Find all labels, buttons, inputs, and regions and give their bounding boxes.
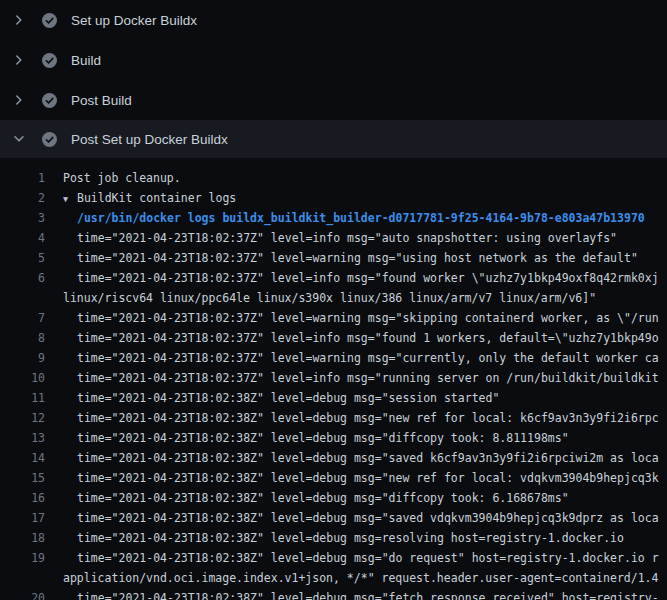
log-line-text: time="2021-04-23T18:02:38Z" level=debug …: [63, 408, 659, 428]
log-line-text: time="2021-04-23T18:02:37Z" level=info m…: [63, 268, 659, 288]
log-line-text: time="2021-04-23T18:02:37Z" level=info m…: [63, 228, 617, 248]
log-line-text: time="2021-04-23T18:02:37Z" level=warnin…: [63, 308, 659, 328]
log-line-text: time="2021-04-23T18:02:38Z" level=debug …: [63, 488, 569, 508]
line-number[interactable]: 17: [0, 508, 45, 528]
log-line-text: time="2021-04-23T18:02:38Z" level=debug …: [63, 588, 659, 600]
check-circle-icon: [42, 132, 57, 147]
line-number[interactable]: 14: [0, 448, 45, 468]
log-line: 19time="2021-04-23T18:02:38Z" level=debu…: [0, 548, 667, 568]
log-line: 20time="2021-04-23T18:02:38Z" level=debu…: [0, 588, 667, 600]
check-circle-icon: [42, 93, 57, 108]
log-line-text: linux/riscv64 linux/ppc64le linux/s390x …: [63, 288, 596, 308]
log-line-text: ▼BuildKit container logs: [63, 188, 236, 208]
section-header-post-set-up-docker-buildx[interactable]: Post Set up Docker Buildx: [0, 120, 667, 158]
log-line: 13time="2021-04-23T18:02:38Z" level=debu…: [0, 428, 667, 448]
check-circle-icon: [42, 13, 57, 28]
line-number[interactable]: 5: [0, 248, 45, 268]
log-line: 11time="2021-04-23T18:02:38Z" level=debu…: [0, 388, 667, 408]
log-line: 2▼BuildKit container logs: [0, 188, 667, 208]
line-number[interactable]: 13: [0, 428, 45, 448]
line-number[interactable]: 4: [0, 228, 45, 248]
line-number[interactable]: 6: [0, 268, 45, 288]
log-line: 5time="2021-04-23T18:02:37Z" level=warni…: [0, 248, 667, 268]
log-line: 8time="2021-04-23T18:02:37Z" level=info …: [0, 328, 667, 348]
line-number[interactable]: 20: [0, 588, 45, 600]
line-number[interactable]: 16: [0, 488, 45, 508]
section-label: Post Build: [71, 93, 132, 108]
log-line: 3/usr/bin/docker logs buildx_buildkit_bu…: [0, 208, 667, 228]
line-number[interactable]: 2: [0, 188, 45, 208]
actions-log-panel: Set up Docker Buildx Build Post Build Po…: [0, 0, 667, 600]
log-line-text: time="2021-04-23T18:02:38Z" level=debug …: [63, 428, 569, 448]
log-line-continuation: linux/riscv64 linux/ppc64le linux/s390x …: [0, 288, 667, 308]
log-line: 12time="2021-04-23T18:02:38Z" level=debu…: [0, 408, 667, 428]
log-line-text: time="2021-04-23T18:02:38Z" level=debug …: [63, 388, 499, 408]
log-line-text: Post job cleanup.: [63, 168, 181, 188]
log-line: 18time="2021-04-23T18:02:38Z" level=debu…: [0, 528, 667, 548]
line-number[interactable]: 18: [0, 528, 45, 548]
log-line: 14time="2021-04-23T18:02:38Z" level=debu…: [0, 448, 667, 468]
section-header-build[interactable]: Build: [0, 40, 667, 80]
section-header-set-up-docker-buildx[interactable]: Set up Docker Buildx: [0, 0, 667, 40]
chevron-right-icon: [11, 12, 27, 28]
log-line-text: application/vnd.oci.image.index.v1+json,…: [63, 568, 658, 588]
log-line-text: time="2021-04-23T18:02:38Z" level=debug …: [63, 468, 659, 488]
line-number: [0, 288, 45, 308]
log-line-text: time="2021-04-23T18:02:38Z" level=debug …: [63, 508, 659, 528]
section-label: Build: [71, 53, 101, 68]
chevron-down-icon: [11, 131, 27, 147]
line-number[interactable]: 3: [0, 208, 45, 228]
check-circle-icon: [42, 53, 57, 68]
log-line: 6time="2021-04-23T18:02:37Z" level=info …: [0, 268, 667, 288]
line-number[interactable]: 7: [0, 308, 45, 328]
chevron-right-icon: [11, 52, 27, 68]
log-line-text: time="2021-04-23T18:02:38Z" level=debug …: [63, 528, 624, 548]
log-line-text: time="2021-04-23T18:02:37Z" level=warnin…: [63, 248, 638, 268]
log-line-text: time="2021-04-23T18:02:37Z" level=warnin…: [63, 348, 659, 368]
line-number[interactable]: 1: [0, 168, 45, 188]
line-number[interactable]: 19: [0, 548, 45, 568]
log-line: 17time="2021-04-23T18:02:38Z" level=debu…: [0, 508, 667, 528]
log-line: 7time="2021-04-23T18:02:37Z" level=warni…: [0, 308, 667, 328]
log-line: 10time="2021-04-23T18:02:37Z" level=info…: [0, 368, 667, 388]
line-number[interactable]: 12: [0, 408, 45, 428]
log-line-text: time="2021-04-23T18:02:38Z" level=debug …: [63, 448, 659, 468]
line-number[interactable]: 8: [0, 328, 45, 348]
step-list: Set up Docker Buildx Build Post Build Po…: [0, 0, 667, 158]
section-label: Post Set up Docker Buildx: [71, 132, 228, 147]
line-number[interactable]: 15: [0, 468, 45, 488]
log-line-text: time="2021-04-23T18:02:38Z" level=debug …: [63, 548, 659, 568]
log-viewer: 1Post job cleanup.2▼BuildKit container l…: [0, 158, 667, 600]
chevron-right-icon: [11, 92, 27, 108]
group-collapse-toggle-icon[interactable]: ▼: [63, 189, 77, 208]
log-line-text: time="2021-04-23T18:02:37Z" level=info m…: [63, 368, 659, 388]
log-line: 9time="2021-04-23T18:02:37Z" level=warni…: [0, 348, 667, 368]
section-label: Set up Docker Buildx: [71, 13, 197, 28]
log-line-continuation: application/vnd.oci.image.index.v1+json,…: [0, 568, 667, 588]
log-line: 1Post job cleanup.: [0, 168, 667, 188]
section-header-post-build[interactable]: Post Build: [0, 80, 667, 120]
line-number[interactable]: 11: [0, 388, 45, 408]
log-line: 16time="2021-04-23T18:02:38Z" level=debu…: [0, 488, 667, 508]
line-number[interactable]: 9: [0, 348, 45, 368]
command-text: /usr/bin/docker logs buildx_buildkit_bui…: [63, 208, 645, 228]
log-line: 15time="2021-04-23T18:02:38Z" level=debu…: [0, 468, 667, 488]
line-number[interactable]: 10: [0, 368, 45, 388]
log-line-text: time="2021-04-23T18:02:37Z" level=info m…: [63, 328, 659, 348]
line-number: [0, 568, 45, 588]
group-title: BuildKit container logs: [77, 191, 236, 205]
log-line: 4time="2021-04-23T18:02:37Z" level=info …: [0, 228, 667, 248]
